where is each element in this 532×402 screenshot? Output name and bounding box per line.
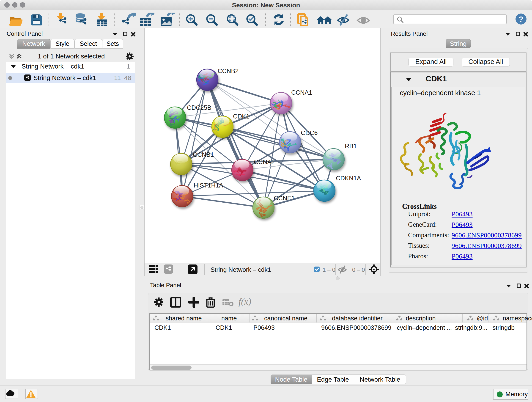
svg-text:HIST1H1A: HIST1H1A <box>194 182 223 189</box>
svg-text:CCNB1: CCNB1 <box>193 151 214 158</box>
svg-text:CCNE1: CCNE1 <box>274 195 295 202</box>
svg-text:RB1: RB1 <box>345 143 357 150</box>
svg-text:CCNB2: CCNB2 <box>218 68 239 75</box>
svg-text:CCNA2: CCNA2 <box>254 159 275 166</box>
svg-text:CCNA1: CCNA1 <box>291 89 312 96</box>
svg-text:CDK1: CDK1 <box>233 113 249 120</box>
svg-text:CDC25B: CDC25B <box>187 104 211 111</box>
svg-text:CDC6: CDC6 <box>301 129 318 136</box>
svg-text:CDKN1A: CDKN1A <box>336 175 361 182</box>
